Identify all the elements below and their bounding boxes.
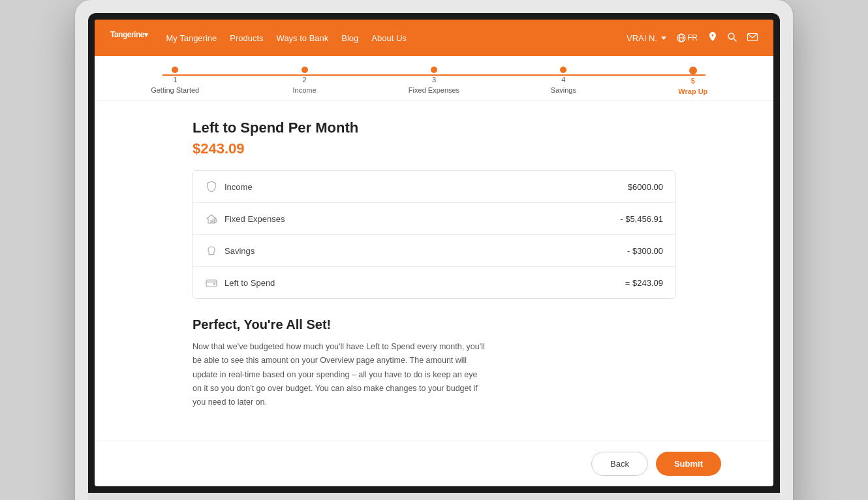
step-5-dot xyxy=(689,67,697,74)
svg-line-4 xyxy=(734,39,736,41)
footer-actions: Back Submit xyxy=(95,441,773,486)
screen-bezel: Tangerine▾ My Tangerine Products Ways to… xyxy=(88,13,780,493)
step-2: 2 Income xyxy=(240,67,369,95)
savings-row: Savings - $300.00 xyxy=(193,235,675,267)
laptop-frame: Tangerine▾ My Tangerine Products Ways to… xyxy=(75,0,793,500)
main-nav: Tangerine▾ My Tangerine Products Ways to… xyxy=(95,20,773,56)
language-selector[interactable]: FR xyxy=(677,33,698,42)
savings-icon xyxy=(205,244,218,257)
search-icon[interactable] xyxy=(728,33,737,44)
progress-steps: 1 Getting Started 2 Income 3 Fixed Expen… xyxy=(95,56,773,101)
step-1-label: 1 xyxy=(173,76,177,84)
savings-label: Savings xyxy=(225,246,255,256)
nav-my-tangerine[interactable]: My Tangerine xyxy=(166,33,217,43)
nav-blog[interactable]: Blog xyxy=(341,33,358,43)
page-title: Left to Spend Per Month xyxy=(193,119,675,136)
step-3-name: Fixed Expenses xyxy=(409,86,459,94)
left-to-spend-value: = $243.09 xyxy=(625,278,663,288)
step-3-label: 3 xyxy=(432,76,436,84)
nav-products[interactable]: Products xyxy=(230,33,263,43)
income-label: Income xyxy=(225,182,253,192)
step-2-name: Income xyxy=(293,86,317,94)
nav-about-us[interactable]: About Us xyxy=(371,33,406,43)
step-2-dot xyxy=(302,67,308,73)
fixed-expenses-label: Fixed Expenses xyxy=(225,214,285,224)
nav-right: VRAI N. FR xyxy=(627,32,758,44)
step-4: 4 Savings xyxy=(499,67,628,95)
submit-button[interactable]: Submit xyxy=(656,452,721,476)
income-value: $6000.00 xyxy=(628,182,663,192)
income-row: Income $6000.00 xyxy=(193,171,675,203)
home-icon xyxy=(205,212,218,225)
nav-links: My Tangerine Products Ways to Bank Blog … xyxy=(166,33,406,43)
left-to-spend-label: Left to Spend xyxy=(225,278,275,288)
user-menu[interactable]: VRAI N. xyxy=(627,33,666,43)
step-3: 3 Fixed Expenses xyxy=(369,67,499,95)
step-1-name: Getting Started xyxy=(151,86,199,94)
nav-left: Tangerine▾ My Tangerine Products Ways to… xyxy=(110,30,407,46)
svg-point-9 xyxy=(213,283,215,285)
step-3-dot xyxy=(431,67,437,73)
left-to-spend-row: Left to Spend = $243.09 xyxy=(193,267,675,298)
email-icon[interactable] xyxy=(747,33,758,43)
laptop-bottom xyxy=(88,493,780,500)
step-4-label: 4 xyxy=(561,76,565,84)
summary-table: Income $6000.00 xyxy=(193,170,675,299)
back-button[interactable]: Back xyxy=(591,452,648,476)
user-chevron-icon xyxy=(661,37,666,40)
success-text: Now that we've budgeted how much you'll … xyxy=(193,340,486,409)
logo[interactable]: Tangerine▾ xyxy=(110,30,147,46)
savings-value: - $300.00 xyxy=(627,246,663,256)
nav-ways-to-bank[interactable]: Ways to Bank xyxy=(277,33,329,43)
fixed-expenses-value: - $5,456.91 xyxy=(620,214,663,224)
main-content: Left to Spend Per Month $243.09 Income xyxy=(140,101,728,425)
shield-icon xyxy=(205,180,218,193)
step-2-label: 2 xyxy=(303,76,307,84)
amount-display: $243.09 xyxy=(193,140,675,157)
step-1-dot xyxy=(172,67,178,73)
step-4-dot xyxy=(560,67,566,73)
step-4-name: Savings xyxy=(551,86,576,94)
screen: Tangerine▾ My Tangerine Products Ways to… xyxy=(95,20,773,486)
globe-icon xyxy=(677,33,686,42)
fixed-expenses-row: Fixed Expenses - $5,456.91 xyxy=(193,203,675,235)
step-5-name: Wrap Up xyxy=(678,87,707,95)
location-icon[interactable] xyxy=(708,32,717,44)
step-5: 5 Wrap Up xyxy=(628,67,758,95)
wallet-icon xyxy=(205,276,218,289)
success-title: Perfect, You're All Set! xyxy=(193,317,675,332)
step-1: 1 Getting Started xyxy=(110,67,240,95)
step-5-label: 5 xyxy=(691,77,695,85)
